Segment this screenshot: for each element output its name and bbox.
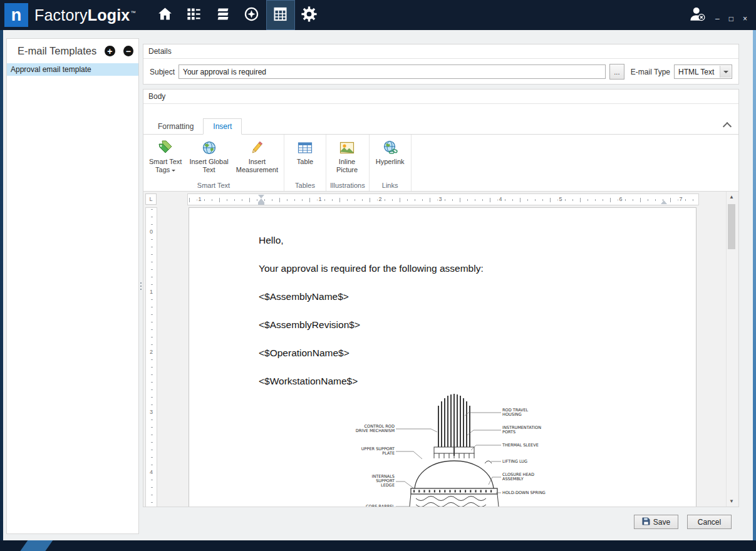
nav-templates-button[interactable]: [266, 0, 295, 30]
ruler-corner-box[interactable]: L: [145, 193, 157, 205]
save-button[interactable]: Save: [634, 515, 678, 529]
subject-input[interactable]: [179, 64, 606, 79]
hyperlink-button[interactable]: Hyperlink: [371, 136, 409, 167]
bottom-bar-stripe: [19, 540, 53, 551]
main-nav: [151, 0, 324, 30]
svg-text:HOUSING: HOUSING: [502, 412, 522, 417]
titlebar-right: – □ ×: [688, 0, 747, 30]
close-button[interactable]: ×: [743, 15, 747, 23]
reactor-assembly-diagram-image[interactable]: CONTROL ROD DRIVE MECHANISM UPPER SUPPOR…: [346, 393, 565, 507]
subject-label: Subject: [150, 68, 175, 76]
main-content: E-mail Templates + − Approval email temp…: [3, 30, 753, 540]
svg-text:HOLD-DOWN SPRING: HOLD-DOWN SPRING: [502, 490, 546, 495]
insert-measurement-button[interactable]: InsertMeasurement: [232, 136, 282, 175]
brand-regular: Factory: [34, 6, 88, 24]
document-page[interactable]: Hello,Your approval is required for the …: [189, 207, 696, 507]
scrollbar-thumb[interactable]: [728, 204, 735, 249]
sidebar-title: E-mail Templates: [18, 45, 96, 57]
add-template-button[interactable]: +: [105, 46, 115, 56]
email-type-label: E-mail Type: [631, 68, 670, 76]
svg-text:LEDGE: LEDGE: [381, 483, 395, 488]
tab-insert[interactable]: Insert: [203, 118, 242, 135]
nav-home-button[interactable]: [151, 0, 180, 30]
email-templates-sidebar: E-mail Templates + − Approval email temp…: [6, 38, 139, 534]
template-list-item[interactable]: Approval email template: [7, 63, 138, 76]
inline-picture-button[interactable]: InlinePicture: [328, 136, 366, 175]
template-list: Approval email template: [7, 63, 138, 76]
ribbon-tabs: Formatting Insert: [143, 118, 738, 135]
picture-icon: [339, 139, 355, 156]
globe-icon: [201, 139, 217, 156]
ruler-number: 7: [678, 195, 683, 203]
smart-text-tags-button[interactable]: Smart TextTags: [145, 136, 185, 175]
document-paragraph[interactable]: <$AssemblyName$>: [259, 291, 696, 302]
ruler-number: 4: [497, 195, 503, 203]
production-grid-icon: [185, 6, 202, 25]
scroll-down-button[interactable]: ▼: [727, 496, 737, 507]
svg-text:PORTS: PORTS: [502, 430, 515, 435]
right-indent-marker[interactable]: [661, 200, 667, 204]
scroll-up-button[interactable]: ▲: [727, 192, 737, 202]
insert-measurement-label-2: Measurement: [236, 166, 278, 173]
logout-user-icon[interactable]: [688, 4, 707, 26]
maximize-button[interactable]: □: [729, 15, 733, 23]
brand-name: FactoryLogix™: [34, 6, 136, 24]
pencil-icon: [249, 139, 265, 156]
tab-formatting[interactable]: Formatting: [148, 119, 203, 134]
document-paragraph[interactable]: <$AssemblyRevision$>: [259, 319, 696, 331]
ruler-number: 6: [618, 195, 623, 203]
smart-text-tags-label-2: Tags: [155, 166, 170, 173]
table-icon: [297, 139, 313, 156]
nav-npi-button[interactable]: [237, 0, 266, 30]
nav-settings-button[interactable]: [295, 0, 324, 30]
table-button[interactable]: Table: [286, 136, 324, 167]
inline-picture-label-1: Inline: [339, 158, 355, 165]
cancel-label: Cancel: [698, 518, 721, 527]
email-type-select[interactable]: HTML Text: [674, 64, 732, 79]
editor-scrollbar[interactable]: ▲ ▼: [726, 192, 737, 507]
brand-bold: Logix: [88, 6, 130, 24]
horizontal-ruler: 11234567: [187, 193, 699, 205]
document-paragraph[interactable]: <$OperationName$>: [259, 347, 696, 359]
remove-template-button[interactable]: −: [123, 46, 133, 56]
nav-production-button[interactable]: [180, 0, 209, 30]
ruler-number: 5: [557, 195, 563, 203]
vertical-ruler: 01234: [145, 207, 157, 507]
document-paragraph[interactable]: Hello,: [259, 234, 696, 246]
insert-global-label-1: Insert Global: [189, 158, 228, 165]
select-arrow-button[interactable]: [720, 66, 731, 78]
hyperlink-label: Hyperlink: [376, 158, 405, 165]
details-row: Subject ... E-mail Type HTML Text: [143, 59, 738, 85]
subject-browse-button[interactable]: ...: [609, 64, 624, 80]
ruler-number: 0: [150, 228, 153, 235]
document-paragraph[interactable]: Your approval is required for the follow…: [259, 262, 696, 274]
svg-text:PLATE: PLATE: [382, 451, 395, 456]
cancel-button[interactable]: Cancel: [687, 515, 732, 529]
editor-panel: Details Subject ... E-mail Type HTML Tex…: [143, 30, 739, 540]
gear-icon: [300, 5, 318, 26]
details-header: Details: [143, 44, 738, 59]
minimize-button[interactable]: –: [715, 15, 720, 23]
smart-text-tags-label-1: Smart Text: [149, 158, 182, 165]
nav-materials-button[interactable]: [209, 0, 237, 30]
ruler-number: 3: [150, 408, 153, 416]
left-indent-marker[interactable]: [258, 202, 264, 205]
body-groupbox: Body Formatting Insert Smart TextTags: [143, 89, 739, 507]
svg-text:DRIVE MECHANISM: DRIVE MECHANISM: [356, 428, 395, 433]
document-body[interactable]: Hello,Your approval is required for the …: [189, 208, 696, 387]
ruler-number: 1: [150, 288, 153, 296]
ruler-number: 4: [150, 468, 153, 476]
svg-text:LIFTING LUG: LIFTING LUG: [502, 459, 527, 464]
ruler-number: 2: [150, 348, 153, 356]
ribbon-group-tables: Table Tables: [284, 135, 326, 191]
insert-measurement-label-1: Insert: [249, 158, 266, 165]
svg-text:CORE BARREL: CORE BARREL: [366, 504, 395, 507]
ruler-number: 2: [377, 195, 383, 203]
insert-global-text-button[interactable]: Insert GlobalText: [185, 136, 232, 175]
stacked-sheets-icon: [214, 6, 231, 25]
brand-trademark: ™: [130, 10, 135, 16]
ribbon: Smart TextTags Insert GlobalText InsertM…: [143, 135, 738, 192]
inline-picture-label-2: Picture: [336, 166, 358, 173]
document-paragraph[interactable]: <$WorkstationName$>: [259, 375, 696, 387]
ribbon-group-label-illustrations: Illustrations: [326, 181, 369, 191]
